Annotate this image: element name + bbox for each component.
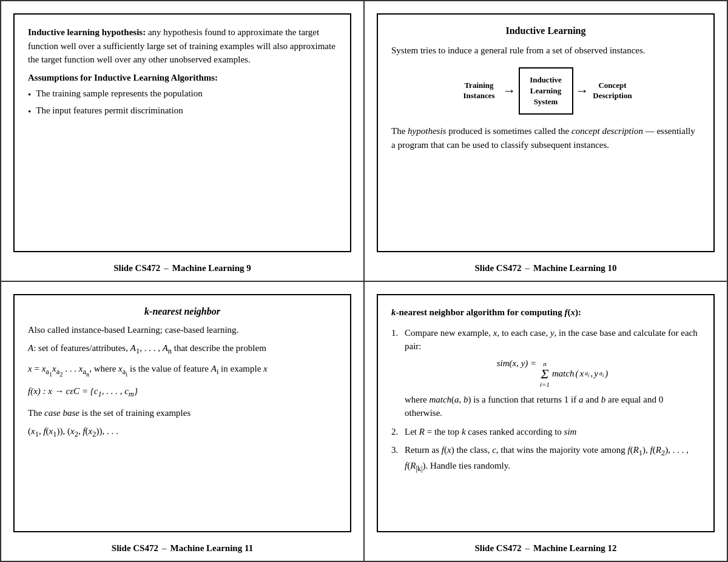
slide11-para4: The case base is the set of training exa… (28, 406, 337, 420)
slide11-para3: x = xa1xa2 . . . xan, where xai is the v… (28, 362, 337, 379)
desc-concept-italic: concept description (571, 126, 643, 136)
slide12-y-italic: y (550, 328, 554, 338)
slide12-item1-text: Compare new example, x, to each case, y,… (405, 326, 700, 353)
diag-arrow-1: → (503, 83, 516, 99)
slide-11-content: k-nearest neighbor Also called instance-… (13, 294, 351, 533)
slide12-k-italic: k (391, 307, 396, 317)
sigma-symbol: Σ (541, 367, 548, 381)
hypothesis-label: Inductive learning hypothesis: (28, 27, 146, 37)
slide12-c: c (492, 445, 496, 455)
slide11-cmsub: m (129, 390, 134, 398)
slide11-fx2: f (83, 426, 85, 436)
slide11-xa2: x (52, 364, 56, 373)
slide11-xmap: x (48, 386, 52, 396)
slide11-subn: n (168, 347, 172, 355)
diag-concept-description: ConceptDescription (592, 81, 634, 101)
slide11-An: A (163, 343, 168, 353)
slide12-x2: x (447, 445, 451, 455)
slide11-A: A (28, 343, 33, 353)
slide12-x-italic: x (493, 328, 497, 338)
slide12-item1: 1. Compare new example, x, to each case,… (391, 326, 700, 353)
slide11-k: k (144, 306, 149, 316)
slide12-formula: sim(x, y) = n Σ i=1 match(xai, yai) (405, 358, 700, 388)
slide10-diagram: Training Instances → Inductive Learning … (391, 67, 700, 115)
slide-10-cell: Inductive Learning System tries to induc… (364, 1, 727, 281)
slide11-para1: Also called instance-based Learning; cas… (28, 323, 337, 337)
slide12-fx2: f (442, 445, 444, 455)
slide12-caption-sub: Machine Learning 12 (533, 543, 617, 553)
formula-yai-sub: ai (599, 370, 604, 378)
slide11-para5: (x1, f(x1)), (x2, f(x2)), . . . (28, 424, 337, 440)
slide12-caption-text: Slide CS472 (474, 543, 521, 553)
slide11-title: k-nearest neighbor (28, 306, 337, 317)
slide-grid: Inductive learning hypothesis: any hypot… (0, 0, 728, 562)
slide11-x1sub: 1 (35, 430, 39, 438)
slide11-caption-dash: – (162, 543, 167, 553)
slide11-ai: ai (123, 367, 127, 376)
slide12-k2: k (462, 427, 466, 437)
formula-xai: x (580, 369, 584, 379)
diag-box-line1: Inductive (530, 75, 562, 84)
slide12-fRk: f (405, 461, 407, 470)
slide11-a1: a1 (46, 367, 52, 376)
slide11-caption-text: Slide CS472 (112, 543, 158, 553)
slide11-sub1: 1 (136, 347, 140, 355)
slide11-x1psub: 1 (53, 430, 56, 438)
slide12-a2: a (579, 395, 584, 404)
slide12-fR1: f (627, 445, 630, 455)
slide10-caption: Slide CS472–Machine Learning 10 (474, 258, 616, 281)
diag-box-line2: Learning (530, 86, 561, 95)
slide12-fx: f (564, 307, 567, 317)
slide11-x1: x (31, 426, 35, 436)
slide11-caption-sub: Machine Learning 11 (170, 543, 253, 553)
slide9-assumptions-title: Assumptions for Inductive Learning Algor… (28, 73, 337, 83)
slide12-caption-dash: – (525, 543, 530, 553)
slide9-bullet-1: • The training sample represents the pop… (28, 87, 337, 102)
slide12-list2: 2. Let R = the top k cases ranked accord… (391, 425, 700, 475)
slide12-fR2: f (650, 445, 653, 455)
slide-12-cell: k-nearest neighbor algorithm for computi… (364, 281, 727, 562)
slide12-num2: 2. (391, 425, 405, 439)
slide-12-content: k-nearest neighbor algorithm for computi… (377, 294, 715, 533)
sigma-bottom: i=1 (540, 381, 550, 388)
slide12-R2: R (656, 445, 661, 455)
slide12-caption: Slide CS472–Machine Learning 12 (474, 538, 616, 561)
slide10-title: Inductive Learning (391, 25, 700, 36)
slide12-b: b (463, 395, 468, 404)
slide12-match-italic: match (429, 395, 451, 404)
slide-11-cell: k-nearest neighbor Also called instance-… (1, 281, 364, 562)
slide11-an: an (83, 367, 89, 376)
slide11-i: i (217, 367, 218, 376)
slide-10-content: Inductive Learning System tries to induc… (377, 13, 715, 252)
slide9-bullet2-text: The input features permit discrimination (36, 104, 183, 118)
slide9-caption-sub: Machine Learning 9 (172, 263, 251, 273)
slide11-x2sub: 2 (75, 430, 78, 438)
diag-left-label: Training Instances (463, 81, 494, 100)
diag-inductive-box: Inductive Learning System (519, 67, 573, 115)
formula-x: x (512, 358, 516, 368)
slide12-a: a (454, 395, 459, 404)
diag-right-label: ConceptDescription (593, 81, 632, 100)
slide11-a2: a2 (56, 367, 63, 376)
slide9-caption-dash: – (164, 263, 169, 273)
slide11-fx: f (28, 386, 30, 396)
slide12-R: R (419, 427, 425, 437)
slide10-caption-dash: – (525, 263, 530, 273)
slide10-intro: System tries to induce a general rule fr… (391, 44, 700, 58)
slide9-bullet1-text: The training sample represents the popul… (36, 87, 203, 101)
slide11-C: C (73, 386, 79, 396)
slide12-list: 1. Compare new example, x, to each case,… (391, 326, 700, 353)
slide10-desc: The hypothesis produced is sometimes cal… (391, 124, 700, 152)
slide12-b2: b (601, 395, 606, 404)
slide11-x: x (28, 364, 32, 373)
slide12-item3: 3. Return as f(x) the class, c, that win… (391, 443, 700, 475)
slide-9-cell: Inductive learning hypothesis: any hypot… (1, 1, 364, 281)
bullet-dot-1: • (28, 88, 31, 102)
slide11-fx1: f (43, 426, 46, 436)
slide10-caption-sub: Machine Learning 10 (533, 263, 617, 273)
slide12-k-bold: k-nearest neighbor algorithm for computi… (391, 307, 581, 317)
slide12-where: where match(a, b) is a function that ret… (405, 393, 700, 420)
slide11-A1: A (130, 343, 136, 353)
slide11-case-base-italic: case base (44, 408, 79, 418)
slide11-para2: A: set of features/attributes, A1, . . .… (28, 341, 337, 357)
